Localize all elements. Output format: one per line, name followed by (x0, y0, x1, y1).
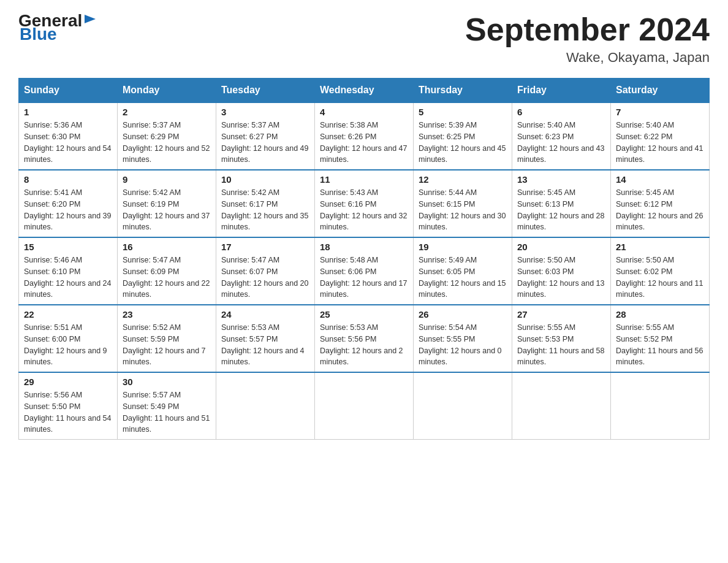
table-row: 16Sunrise: 5:47 AMSunset: 6:09 PMDayligh… (118, 237, 216, 305)
day-info: Sunrise: 5:40 AMSunset: 6:22 PMDaylight:… (616, 120, 704, 166)
table-row: 11Sunrise: 5:43 AMSunset: 6:16 PMDayligh… (315, 170, 414, 237)
day-info: Sunrise: 5:42 AMSunset: 6:17 PMDaylight:… (221, 187, 309, 233)
day-number: 28 (616, 309, 704, 320)
calendar-week-row: 29Sunrise: 5:56 AMSunset: 5:50 PMDayligh… (19, 372, 710, 440)
table-row: 12Sunrise: 5:44 AMSunset: 6:15 PMDayligh… (414, 170, 512, 237)
calendar-week-row: 15Sunrise: 5:46 AMSunset: 6:10 PMDayligh… (19, 237, 710, 305)
day-number: 4 (320, 107, 408, 117)
location-subtitle: Wake, Okayama, Japan (465, 50, 710, 66)
table-row: 27Sunrise: 5:55 AMSunset: 5:53 PMDayligh… (512, 305, 611, 372)
svg-marker-0 (85, 15, 96, 23)
day-info: Sunrise: 5:49 AMSunset: 6:05 PMDaylight:… (419, 255, 507, 301)
day-number: 17 (221, 242, 309, 252)
day-number: 2 (123, 107, 211, 117)
month-title: September 2024 (465, 12, 710, 47)
day-number: 5 (419, 107, 507, 117)
day-number: 15 (24, 242, 112, 252)
day-info: Sunrise: 5:55 AMSunset: 5:52 PMDaylight:… (616, 322, 704, 368)
calendar-header-row: Sunday Monday Tuesday Wednesday Thursday… (19, 79, 710, 103)
col-wednesday: Wednesday (315, 79, 414, 103)
day-info: Sunrise: 5:45 AMSunset: 6:13 PMDaylight:… (517, 187, 605, 233)
calendar-week-row: 1Sunrise: 5:36 AMSunset: 6:30 PMDaylight… (19, 102, 710, 170)
col-tuesday: Tuesday (216, 79, 315, 103)
table-row: 4Sunrise: 5:38 AMSunset: 6:26 PMDaylight… (315, 102, 414, 170)
day-number: 18 (320, 242, 408, 252)
day-info: Sunrise: 5:39 AMSunset: 6:25 PMDaylight:… (419, 120, 507, 166)
table-row: 30Sunrise: 5:57 AMSunset: 5:49 PMDayligh… (118, 372, 216, 440)
day-info: Sunrise: 5:53 AMSunset: 5:56 PMDaylight:… (320, 322, 408, 368)
table-row: 2Sunrise: 5:37 AMSunset: 6:29 PMDaylight… (118, 102, 216, 170)
col-monday: Monday (118, 79, 216, 103)
day-info: Sunrise: 5:42 AMSunset: 6:19 PMDaylight:… (123, 187, 211, 233)
col-thursday: Thursday (414, 79, 512, 103)
day-number: 13 (517, 174, 605, 185)
table-row: 20Sunrise: 5:50 AMSunset: 6:03 PMDayligh… (512, 237, 611, 305)
day-info: Sunrise: 5:46 AMSunset: 6:10 PMDaylight:… (24, 255, 112, 301)
day-number: 12 (419, 174, 507, 185)
day-info: Sunrise: 5:56 AMSunset: 5:50 PMDaylight:… (24, 389, 112, 435)
day-number: 14 (616, 174, 704, 185)
day-number: 27 (517, 309, 605, 320)
day-number: 1 (24, 107, 112, 117)
day-info: Sunrise: 5:47 AMSunset: 6:09 PMDaylight:… (123, 255, 211, 301)
day-number: 21 (616, 242, 704, 252)
day-number: 23 (123, 309, 211, 320)
title-section: September 2024 Wake, Okayama, Japan (465, 12, 710, 66)
table-row (216, 372, 315, 440)
day-info: Sunrise: 5:45 AMSunset: 6:12 PMDaylight:… (616, 187, 704, 233)
table-row (414, 372, 512, 440)
table-row: 1Sunrise: 5:36 AMSunset: 6:30 PMDaylight… (19, 102, 118, 170)
day-info: Sunrise: 5:51 AMSunset: 6:00 PMDaylight:… (24, 322, 112, 368)
day-number: 24 (221, 309, 309, 320)
table-row: 13Sunrise: 5:45 AMSunset: 6:13 PMDayligh… (512, 170, 611, 237)
day-info: Sunrise: 5:37 AMSunset: 6:29 PMDaylight:… (123, 120, 211, 166)
table-row: 17Sunrise: 5:47 AMSunset: 6:07 PMDayligh… (216, 237, 315, 305)
day-info: Sunrise: 5:41 AMSunset: 6:20 PMDaylight:… (24, 187, 112, 233)
day-info: Sunrise: 5:37 AMSunset: 6:27 PMDaylight:… (221, 120, 309, 166)
day-number: 30 (123, 377, 211, 387)
table-row: 19Sunrise: 5:49 AMSunset: 6:05 PMDayligh… (414, 237, 512, 305)
day-info: Sunrise: 5:44 AMSunset: 6:15 PMDaylight:… (419, 187, 507, 233)
day-number: 26 (419, 309, 507, 320)
logo-arrow-icon (83, 12, 97, 26)
day-number: 16 (123, 242, 211, 252)
day-info: Sunrise: 5:43 AMSunset: 6:16 PMDaylight:… (320, 187, 408, 233)
day-number: 22 (24, 309, 112, 320)
day-number: 9 (123, 174, 211, 185)
table-row: 21Sunrise: 5:50 AMSunset: 6:02 PMDayligh… (611, 237, 710, 305)
col-saturday: Saturday (611, 79, 710, 103)
table-row: 3Sunrise: 5:37 AMSunset: 6:27 PMDaylight… (216, 102, 315, 170)
day-info: Sunrise: 5:53 AMSunset: 5:57 PMDaylight:… (221, 322, 309, 368)
table-row: 24Sunrise: 5:53 AMSunset: 5:57 PMDayligh… (216, 305, 315, 372)
day-number: 8 (24, 174, 112, 185)
table-row (512, 372, 611, 440)
day-number: 11 (320, 174, 408, 185)
day-number: 3 (221, 107, 309, 117)
day-info: Sunrise: 5:57 AMSunset: 5:49 PMDaylight:… (123, 389, 211, 435)
table-row: 9Sunrise: 5:42 AMSunset: 6:19 PMDaylight… (118, 170, 216, 237)
logo-blue-text: Blue (20, 25, 57, 44)
day-info: Sunrise: 5:55 AMSunset: 5:53 PMDaylight:… (517, 322, 605, 368)
day-info: Sunrise: 5:52 AMSunset: 5:59 PMDaylight:… (123, 322, 211, 368)
day-number: 29 (24, 377, 112, 387)
table-row: 26Sunrise: 5:54 AMSunset: 5:55 PMDayligh… (414, 305, 512, 372)
logo: General Blue (18, 12, 97, 43)
table-row: 29Sunrise: 5:56 AMSunset: 5:50 PMDayligh… (19, 372, 118, 440)
calendar-week-row: 22Sunrise: 5:51 AMSunset: 6:00 PMDayligh… (19, 305, 710, 372)
table-row (315, 372, 414, 440)
day-info: Sunrise: 5:48 AMSunset: 6:06 PMDaylight:… (320, 255, 408, 301)
table-row: 15Sunrise: 5:46 AMSunset: 6:10 PMDayligh… (19, 237, 118, 305)
col-sunday: Sunday (19, 79, 118, 103)
table-row (611, 372, 710, 440)
table-row: 25Sunrise: 5:53 AMSunset: 5:56 PMDayligh… (315, 305, 414, 372)
day-info: Sunrise: 5:50 AMSunset: 6:03 PMDaylight:… (517, 255, 605, 301)
day-info: Sunrise: 5:54 AMSunset: 5:55 PMDaylight:… (419, 322, 507, 368)
day-number: 19 (419, 242, 507, 252)
calendar-week-row: 8Sunrise: 5:41 AMSunset: 6:20 PMDaylight… (19, 170, 710, 237)
col-friday: Friday (512, 79, 611, 103)
day-info: Sunrise: 5:36 AMSunset: 6:30 PMDaylight:… (24, 120, 112, 166)
day-number: 6 (517, 107, 605, 117)
table-row: 8Sunrise: 5:41 AMSunset: 6:20 PMDaylight… (19, 170, 118, 237)
day-info: Sunrise: 5:47 AMSunset: 6:07 PMDaylight:… (221, 255, 309, 301)
table-row: 14Sunrise: 5:45 AMSunset: 6:12 PMDayligh… (611, 170, 710, 237)
